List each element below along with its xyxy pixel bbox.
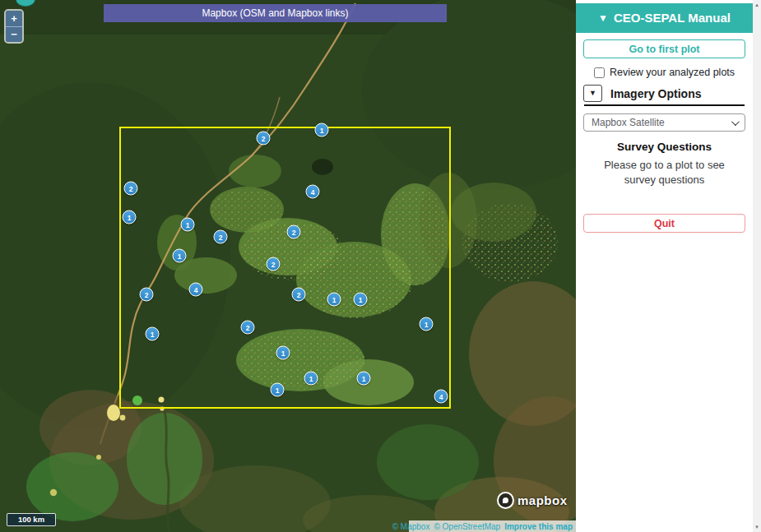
mapbox-logo[interactable]: mapbox: [497, 492, 568, 509]
sidebar-title: CEO-SEPAL Manual: [614, 3, 731, 33]
imagery-options-label: Imagery Options: [610, 87, 701, 100]
plot-marker[interactable]: 2: [292, 288, 306, 302]
sidebar: ▼ CEO-SEPAL Manual Go to first plot Revi…: [576, 0, 753, 532]
survey-questions-empty-message: Please go to a plot to see survey questi…: [592, 158, 736, 187]
zoom-out-button[interactable]: −: [6, 26, 22, 42]
plot-marker[interactable]: 1: [354, 293, 368, 307]
plot-marker[interactable]: 1: [173, 249, 187, 263]
map-canvas[interactable]: Mapbox (OSM and Mapbox links) + − 124211…: [0, 0, 576, 532]
plot-marker[interactable]: 2: [124, 182, 138, 196]
mapbox-logo-text: mapbox: [517, 493, 568, 507]
plot-marker[interactable]: 4: [189, 283, 203, 297]
plot-marker[interactable]: 4: [434, 390, 448, 404]
plot-marker[interactable]: 2: [241, 321, 255, 335]
plot-marker[interactable]: 1: [276, 346, 290, 360]
imagery-select-value: Mapbox Satellite: [592, 117, 665, 128]
plot-marker[interactable]: 1: [357, 372, 371, 386]
plot-boundary-rectangle: [119, 127, 451, 409]
collapse-arrow-icon: ▼: [598, 3, 608, 33]
quit-button[interactable]: Quit: [583, 214, 745, 233]
go-to-first-plot-button[interactable]: Go to first plot: [583, 39, 745, 58]
zoom-controls: + −: [4, 9, 24, 44]
plot-marker[interactable]: 4: [306, 185, 320, 199]
plot-marker[interactable]: 1: [181, 218, 195, 232]
plot-marker[interactable]: 1: [327, 293, 341, 307]
plot-marker[interactable]: 2: [287, 225, 301, 239]
imagery-select[interactable]: Mapbox Satellite: [583, 113, 745, 132]
plot-marker[interactable]: 1: [304, 372, 318, 386]
plot-marker[interactable]: 2: [140, 288, 154, 302]
plot-marker[interactable]: 1: [146, 327, 160, 341]
plot-marker[interactable]: 1: [420, 317, 434, 331]
plot-marker[interactable]: 1: [123, 210, 137, 224]
mapbox-attribution-link[interactable]: © Mapbox: [392, 522, 430, 531]
section-divider: [584, 104, 745, 106]
mapbox-logo-icon: [497, 492, 514, 509]
imagery-options-row: ▼ Imagery Options: [583, 85, 745, 102]
plot-marker[interactable]: 2: [257, 132, 271, 146]
sidebar-scrollbar[interactable]: ▲ ▼: [753, 0, 761, 532]
map-title-bar: Mapbox (OSM and Mapbox links): [104, 4, 447, 22]
plot-marker[interactable]: 1: [315, 123, 329, 137]
survey-questions-title: Survey Questions: [576, 141, 753, 153]
review-plots-label: Review your analyzed plots: [610, 67, 735, 78]
imagery-collapse-button[interactable]: ▼: [583, 85, 602, 102]
chevron-down-icon: [731, 118, 740, 126]
review-plots-row: Review your analyzed plots: [576, 67, 753, 78]
map-scale-bar: 100 km: [7, 513, 56, 526]
plot-marker[interactable]: 2: [214, 230, 228, 244]
plot-marker[interactable]: 1: [271, 383, 285, 397]
scroll-down-icon[interactable]: ▼: [753, 525, 761, 530]
ceo-sepal-app: Mapbox (OSM and Mapbox links) + − 124211…: [0, 0, 761, 532]
zoom-in-button[interactable]: +: [6, 11, 22, 26]
improve-map-link[interactable]: Improve this map: [504, 522, 573, 531]
sidebar-header[interactable]: ▼ CEO-SEPAL Manual: [576, 3, 753, 33]
osm-attribution-link[interactable]: © OpenStreetMap: [434, 522, 500, 531]
scroll-up-icon[interactable]: ▲: [753, 2, 761, 7]
plot-marker[interactable]: 2: [267, 257, 281, 271]
review-plots-checkbox[interactable]: [594, 67, 605, 78]
map-attribution: © Mapbox © OpenStreetMap Improve this ma…: [409, 520, 576, 532]
